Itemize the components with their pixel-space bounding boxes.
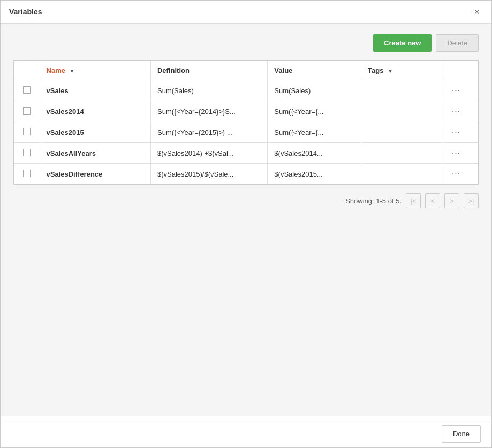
row-checkbox[interactable] [23,107,31,115]
dialog-body: Create new Delete Name ▼ Definition [1,24,491,416]
variables-table-container: Name ▼ Definition Value Tags ▼ [13,60,479,185]
row-actions-button[interactable]: ··· [450,107,463,116]
pagination: Showing: 1-5 of 5. |< < > >| [13,193,479,208]
page-next-button[interactable]: > [444,193,459,208]
table-row: vSales2014Sum({<Year={2014}>}S...Sum({<Y… [14,101,478,122]
dialog-header: Variables × [1,1,491,24]
row-tags [361,80,443,101]
row-actions-button[interactable]: ··· [450,127,463,137]
row-actions-button[interactable]: ··· [450,86,463,95]
row-checkbox-cell [14,122,40,143]
row-actions-cell: ··· [443,80,478,101]
row-value: Sum({<Year={... [268,101,361,122]
col-header-name[interactable]: Name ▼ [40,61,150,80]
row-checkbox-cell [14,80,40,101]
row-value: Sum({<Year={... [268,122,361,143]
row-name: vSalesDifference [40,164,150,185]
table-header-row: Name ▼ Definition Value Tags ▼ [14,61,478,80]
row-actions-cell: ··· [443,143,478,164]
row-name: vSales2015 [40,122,150,143]
row-name: vSales [40,80,150,101]
create-new-button[interactable]: Create new [373,34,432,52]
row-definition: Sum(Sales) [150,80,267,101]
row-checkbox[interactable] [23,128,31,135]
page-prev-button[interactable]: < [425,193,440,208]
row-definition: Sum({<Year={2014}>}S... [150,101,267,122]
pagination-showing: Showing: 1-5 of 5. [345,197,402,205]
row-value: $(vSales2014... [268,143,361,164]
variables-table: Name ▼ Definition Value Tags ▼ [14,61,478,184]
row-definition: Sum({<Year={2015}>} ... [150,122,267,143]
row-checkbox-cell [14,101,40,122]
row-actions-button[interactable]: ··· [450,169,463,179]
done-button[interactable]: Done [442,425,481,443]
table-row: vSalesDifference$(vSales2015)/$(vSale...… [14,164,478,185]
table-row: vSalesSum(Sales)Sum(Sales)··· [14,80,478,101]
row-checkbox[interactable] [23,170,31,177]
variables-dialog: Variables × Create new Delete Name ▼ [0,0,492,448]
row-actions-button[interactable]: ··· [450,148,463,158]
col-header-definition: Definition [150,61,267,80]
row-definition: $(vSales2014) +$(vSal... [150,143,267,164]
table-row: vSalesAllYears$(vSales2014) +$(vSal...$(… [14,143,478,164]
row-tags [361,143,443,164]
row-checkbox[interactable] [23,86,31,94]
row-tags [361,164,443,185]
row-checkbox-cell [14,164,40,185]
dialog-footer: Done [1,420,491,447]
tags-filter-icon[interactable]: ▼ [388,68,393,74]
row-definition: $(vSales2015)/$(vSale... [150,164,267,185]
delete-button: Delete [436,34,479,52]
row-value: Sum(Sales) [268,80,361,101]
col-header-check [14,61,40,80]
dialog-title: Variables [9,7,42,16]
row-tags [361,101,443,122]
table-row: vSales2015Sum({<Year={2015}>} ...Sum({<Y… [14,122,478,143]
row-checkbox-cell [14,143,40,164]
row-value: $(vSales2015... [268,164,361,185]
name-filter-icon[interactable]: ▼ [70,68,75,74]
row-name: vSales2014 [40,101,150,122]
col-header-tags[interactable]: Tags ▼ [361,61,443,80]
close-button[interactable]: × [471,6,483,18]
col-header-value: Value [268,61,361,80]
col-header-actions [443,61,478,80]
row-name: vSalesAllYears [40,143,150,164]
page-last-button[interactable]: >| [464,193,479,208]
page-first-button[interactable]: |< [406,193,421,208]
toolbar: Create new Delete [13,34,479,52]
row-actions-cell: ··· [443,101,478,122]
row-tags [361,122,443,143]
table-body: vSalesSum(Sales)Sum(Sales)···vSales2014S… [14,80,478,185]
row-actions-cell: ··· [443,122,478,143]
row-checkbox[interactable] [23,149,31,156]
row-actions-cell: ··· [443,164,478,185]
